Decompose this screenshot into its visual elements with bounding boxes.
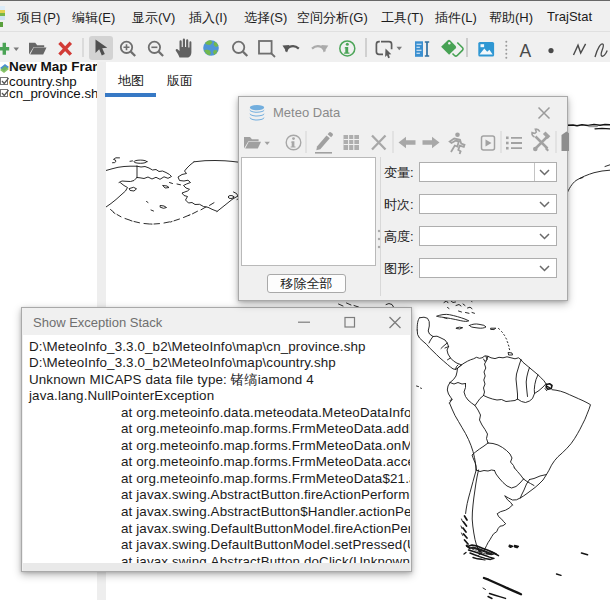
svg-text:A: A [520,41,532,61]
